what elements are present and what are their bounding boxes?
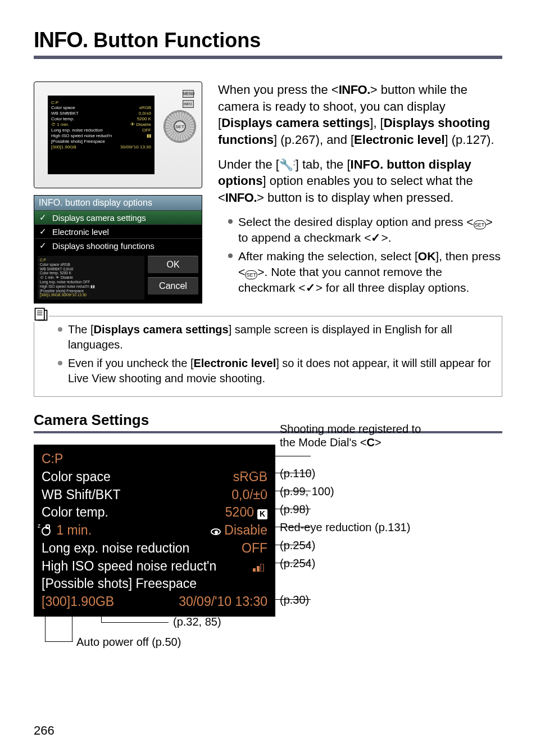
callout-p98: (p.98) bbox=[280, 502, 309, 517]
menu-preview: C:P Color space sRGB WB Shift/BKT 0,0/±0… bbox=[38, 256, 144, 300]
eye-icon bbox=[211, 528, 221, 535]
row-label: Color temp. bbox=[42, 504, 108, 522]
bullet-dot-icon bbox=[228, 253, 233, 258]
callout-p30: (p.30) bbox=[280, 592, 309, 608]
callout-p254a: (p.254) bbox=[280, 538, 315, 553]
callout-p32: (p.32, 85) bbox=[173, 615, 221, 628]
row-value: sRGB bbox=[233, 468, 267, 486]
section-heading: Camera Settings bbox=[34, 411, 502, 429]
callout-mode-dial: Shooting mode registered to the Mode Dia… bbox=[280, 422, 421, 449]
row-label: [Possible shots] Freespace bbox=[42, 575, 267, 593]
check-icon: ✓ bbox=[39, 241, 47, 251]
bars-icon bbox=[253, 558, 267, 576]
menu-button-illus: MENU bbox=[183, 90, 194, 98]
bullet-1: Select the desired display option and pr… bbox=[218, 214, 502, 246]
menu-header: INFO. button display options bbox=[34, 196, 202, 210]
note-icon bbox=[33, 306, 49, 322]
page-number: 266 bbox=[34, 723, 54, 738]
bullet-2: After making the selection, select [OK],… bbox=[218, 248, 502, 296]
menu-item-shooting-functions[interactable]: ✓ Displays shooting functions bbox=[34, 238, 202, 252]
note-1: The [Displays camera settings] sample sc… bbox=[42, 322, 494, 352]
menu-screenshot: INFO. button display options ✓ Displays … bbox=[34, 195, 202, 304]
row-value: 5200 bbox=[225, 505, 254, 519]
bullet-dot-icon bbox=[228, 219, 233, 224]
set-icon: SET bbox=[245, 270, 257, 279]
timer-icon bbox=[42, 527, 51, 536]
check-icon: ✓ bbox=[371, 231, 381, 244]
note-box: The [Displays camera settings] sample sc… bbox=[34, 316, 502, 397]
note-2: Even if you uncheck the [Electronic leve… bbox=[42, 356, 494, 386]
row-label: 1 min. bbox=[56, 523, 92, 537]
menu-item-label: Electronic level bbox=[52, 227, 109, 237]
info-button-illus: INFO. bbox=[183, 100, 194, 108]
callout-p254b: (p.254) bbox=[280, 556, 315, 571]
row-value: 0,0/±0 bbox=[231, 486, 267, 504]
svg-rect-4 bbox=[253, 568, 256, 572]
date-value: 30/09/'10 13:30 bbox=[179, 593, 267, 611]
menu-item-electronic-level[interactable]: ✓ Electronic level bbox=[34, 224, 202, 238]
section-rule bbox=[34, 431, 502, 433]
callout-p99: (p.99, 100) bbox=[280, 484, 334, 499]
intro-paragraph-2: Under the [🔧:] tab, the [INFO. button di… bbox=[218, 156, 502, 206]
svg-rect-0 bbox=[35, 309, 44, 320]
cancel-button[interactable]: Cancel bbox=[148, 277, 198, 295]
bullet-dot-icon bbox=[58, 327, 62, 332]
callout-autopoweroff: Auto power off (p.50) bbox=[76, 636, 181, 649]
shots-value: [300]1.90GB bbox=[42, 593, 114, 611]
check-icon: ✓ bbox=[39, 227, 47, 237]
row-value: Disable bbox=[224, 523, 267, 537]
info-glyph-inline: INFO. bbox=[225, 191, 257, 205]
check-icon: ✓ bbox=[39, 212, 47, 223]
page-title: INFO. Button Functions bbox=[34, 28, 502, 52]
row-label: Long exp. noise reduction bbox=[42, 540, 189, 558]
dial-illus: SET bbox=[163, 110, 196, 143]
camera-lcd-preview: C:P Color spacesRGB WB Shift/BKT0,0/±0 C… bbox=[48, 96, 155, 174]
info-glyph-inline: INFO. bbox=[339, 83, 370, 97]
wrench-icon: 🔧 bbox=[279, 159, 293, 171]
camera-illustration: MENU INFO. SET C:P Color spacesRGB WB Sh… bbox=[34, 82, 202, 188]
kelvin-icon: K bbox=[257, 509, 267, 519]
settings-screen: C:P Color spacesRGB WB Shift/BKT0,0/±0 C… bbox=[34, 445, 275, 617]
title-text: Button Functions bbox=[93, 29, 261, 52]
menu-item-label: Displays camera settings bbox=[52, 213, 146, 223]
svg-rect-6 bbox=[261, 564, 264, 572]
info-glyph: INFO. bbox=[34, 28, 88, 52]
callout-redeye: Red-eye reduction (p.131) bbox=[280, 520, 410, 535]
menu-item-label: Displays shooting functions bbox=[52, 241, 155, 251]
lcd-title: C:P bbox=[51, 100, 151, 105]
check-icon: ✓ bbox=[306, 281, 316, 294]
row-label: High ISO speed noise reduct'n bbox=[42, 558, 216, 576]
row-label: WB Shift/BKT bbox=[42, 486, 121, 504]
callout-p110: (p.110) bbox=[280, 466, 315, 481]
row-label: Color space bbox=[42, 468, 111, 486]
ok-button[interactable]: OK bbox=[148, 256, 198, 274]
row-value: OFF bbox=[242, 540, 267, 558]
mode-label: C:P bbox=[42, 450, 267, 468]
menu-item-camera-settings[interactable]: ✓ Displays camera settings bbox=[34, 210, 202, 224]
bullet-dot-icon bbox=[58, 361, 62, 365]
set-icon: SET bbox=[474, 220, 486, 229]
intro-paragraph-1: When you press the <INFO.> button while … bbox=[218, 82, 502, 148]
svg-rect-5 bbox=[257, 566, 260, 572]
